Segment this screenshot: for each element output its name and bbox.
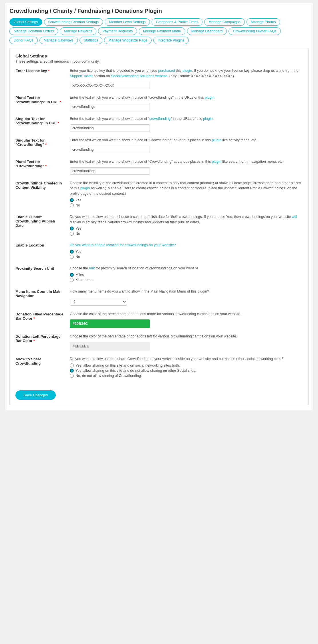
custom-publish-date-no-radio[interactable]: [70, 232, 74, 236]
support-ticket-link[interactable]: Support Ticket: [70, 74, 93, 78]
proximity-search-miles-radio[interactable]: [70, 273, 74, 277]
plugin-link-2[interactable]: plugin: [205, 96, 214, 100]
allow-share-label: Allow to Share Crowdfunding: [15, 356, 64, 365]
plural-crowdfunding-row: Plural Text for "Crowdfunding" * Enter t…: [15, 159, 303, 175]
tab-manage-donation-orders[interactable]: Manage Donation Orders: [9, 27, 58, 35]
tab-integrate-plugins[interactable]: Integrate Plugins: [153, 37, 189, 44]
donation-filled-color-row: Donation Filled Percentage Bar Color * C…: [15, 311, 303, 328]
section-box: Global Settings These settings affect al…: [9, 48, 309, 405]
content-visibility-yes-option[interactable]: Yes: [70, 198, 303, 202]
tab-global-settings[interactable]: Global Settings: [9, 18, 42, 26]
license-key-label: Enter License key *: [15, 68, 64, 73]
tab-manage-payment-made[interactable]: Manage Payment Made: [139, 27, 185, 35]
donation-filled-color-swatch[interactable]: #20B34C: [70, 319, 150, 328]
plugin-link-3[interactable]: plugin: [203, 117, 212, 121]
allow-share-no-option[interactable]: No, do not allow sharing of Crowdfunding…: [70, 374, 303, 378]
enable-location-yes-option[interactable]: Yes: [70, 250, 303, 254]
enable-location-row: Enable Location Do you want to enable lo…: [15, 243, 303, 260]
tab-donor-faqs[interactable]: Donor FAQs: [9, 37, 38, 44]
tab-manage-photos[interactable]: Manage Photos: [247, 18, 280, 26]
enable-location-radio-group: Yes No: [70, 250, 303, 259]
proximity-search-km-option[interactable]: Kilometres: [70, 278, 303, 282]
proximity-search-label: Proximity Search Unit: [15, 266, 64, 271]
custom-publish-date-radio-group: Yes No: [70, 226, 303, 236]
custom-publish-date-row: Enable Custom Crowdfunding Publish Date …: [15, 214, 303, 237]
custom-publish-date-no-option[interactable]: No: [70, 232, 303, 236]
save-button-row: Save Changes: [15, 385, 303, 400]
custom-publish-date-yes-option[interactable]: Yes: [70, 226, 303, 230]
plugin-link-5[interactable]: plugin: [212, 160, 221, 164]
content-visibility-content: Choose the visibility of the crowdfundin…: [70, 180, 303, 208]
allow-share-row: Allow to Share Crowdfunding Do you want …: [15, 356, 303, 379]
plural-crowdfunding-input[interactable]: [70, 167, 150, 175]
tab-manage-dashboard[interactable]: Manage Dashboard: [187, 27, 227, 35]
license-key-input[interactable]: [70, 82, 150, 89]
singular-url-input[interactable]: [70, 124, 150, 132]
page-title: Crowdfunding / Charity / Fundraising / D…: [9, 8, 309, 14]
proximity-search-content: Choose the unit for proximity search of …: [70, 266, 303, 283]
enable-location-label: Enable Location: [15, 243, 64, 247]
tab-manage-widgetize-page[interactable]: Manage Widgetize Page: [104, 37, 152, 44]
allow-share-site-only-option[interactable]: Yes, allow sharing on this site and do n…: [70, 369, 303, 373]
singular-crowdfunding-row: Singular Text for "Crowdfunding" * Enter…: [15, 138, 303, 153]
content-visibility-no-option[interactable]: No: [70, 203, 303, 207]
tabs-row: Global SettingsCrowdfunding Creation Set…: [9, 18, 309, 44]
section-title: Global Settings: [15, 53, 303, 58]
tab-manage-gateways[interactable]: Manage Gateways: [39, 37, 78, 44]
tab-manage-campaigns[interactable]: Manage Campaigns: [204, 18, 245, 26]
proximity-search-row: Proximity Search Unit Choose the unit fo…: [15, 266, 303, 283]
enable-location-link[interactable]: Do you want to enable location for crowd…: [70, 243, 176, 247]
proximity-search-miles-option[interactable]: Miles: [70, 273, 303, 277]
enable-location-no-radio[interactable]: [70, 255, 74, 259]
plugin-link-6[interactable]: plugin: [80, 186, 90, 190]
content-visibility-no-radio[interactable]: [70, 203, 74, 207]
enable-location-no-option[interactable]: No: [70, 255, 303, 259]
tab-payment-requests[interactable]: Payment Requests: [98, 27, 137, 35]
proximity-search-km-radio[interactable]: [70, 278, 74, 282]
content-visibility-label: Crowdfundings Created in Content Visibil…: [15, 180, 64, 190]
custom-publish-date-yes-radio[interactable]: [70, 226, 74, 230]
singular-url-content: Enter the text which you want to show in…: [70, 116, 303, 132]
menu-items-count-content: How many menu items do you want to show …: [70, 289, 303, 306]
enable-location-yes-radio[interactable]: [70, 250, 74, 254]
allow-share-site-only-radio[interactable]: [70, 369, 74, 373]
tab-member-level-settings[interactable]: Member Level Settings: [105, 18, 150, 26]
save-button[interactable]: Save Changes: [15, 390, 56, 400]
allow-share-radio-group: Yes, allow sharing on this site and on s…: [70, 363, 303, 378]
allow-share-both-radio[interactable]: [70, 363, 74, 367]
donation-left-color-content: Choose the color of the percentage of do…: [70, 334, 303, 351]
menu-items-count-label: Menu Items Count in Main Navigation: [15, 289, 64, 298]
content-visibility-yes-radio[interactable]: [70, 198, 74, 202]
menu-items-count-select[interactable]: 1 2 3 4 5 6 7 8 9 10: [70, 298, 127, 306]
plugin-link-1[interactable]: plugin: [182, 69, 192, 73]
purchased-link[interactable]: purchased: [158, 69, 175, 73]
singular-url-label: Singular Text for "crowdfunding" in URL …: [15, 116, 64, 125]
allow-share-no-radio[interactable]: [70, 374, 74, 378]
donation-filled-color-label: Donation Filled Percentage Bar Color *: [15, 311, 64, 321]
license-key-row: Enter License key * Enter your license k…: [15, 68, 303, 89]
tab-statistics[interactable]: Statistics: [80, 37, 102, 44]
donation-left-color-swatch[interactable]: #EEEEEE: [70, 342, 150, 351]
sns-website-link[interactable]: SocialNetworking.Solutions website: [111, 74, 167, 78]
singular-crowdfunding-input[interactable]: [70, 146, 150, 153]
donation-filled-color-content: Choose the color of the percentage of do…: [70, 311, 303, 328]
plural-url-label: Plural Text for "crowdfundings" in URL *: [15, 95, 64, 104]
tab-categories--profile-fields[interactable]: Categories & Profile Fields: [152, 18, 202, 26]
menu-items-count-row: Menu Items Count in Main Navigation How …: [15, 289, 303, 306]
tab-manage-rewards[interactable]: Manage Rewards: [60, 27, 96, 35]
donation-left-color-label: Donation Left Percentage Bar Color *: [15, 334, 64, 343]
plural-crowdfunding-label: Plural Text for "Crowdfunding" *: [15, 159, 64, 168]
tab-crowdfunding-creation-settings[interactable]: Crowdfunding Creation Settings: [44, 18, 103, 26]
plural-crowdfunding-content: Enter the text which you want to show in…: [70, 159, 303, 175]
plural-url-input[interactable]: [70, 103, 150, 110]
license-key-content: Enter your license key that is provided …: [70, 68, 303, 89]
tab-crowdfunding-owner-faqs[interactable]: Crowdfunding Owner FAQs: [228, 27, 281, 35]
content-visibility-radio-group: Yes No: [70, 198, 303, 207]
allow-share-both-option[interactable]: Yes, allow sharing on this site and on s…: [70, 363, 303, 367]
unit-link[interactable]: unit: [89, 266, 95, 270]
proximity-search-radio-group: Miles Kilometres: [70, 273, 303, 282]
page-wrapper: Crowdfunding / Charity / Fundraising / D…: [5, 3, 313, 410]
custom-publish-date-content: Do you want to allow users to choose a c…: [70, 214, 303, 237]
plugin-link-4[interactable]: plugin: [212, 138, 221, 142]
singular-url-row: Singular Text for "crowdfunding" in URL …: [15, 116, 303, 132]
